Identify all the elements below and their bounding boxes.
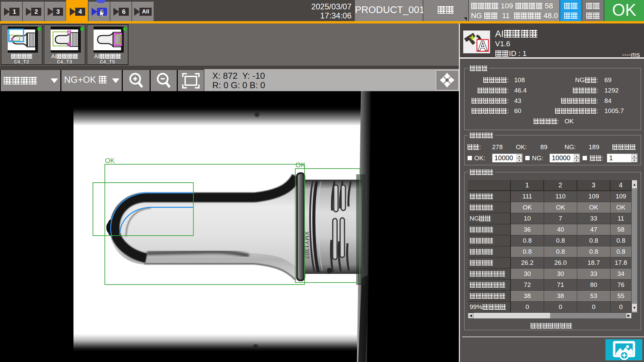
svg-text:OK: OK [296,161,306,169]
svg-text:A: A [478,38,488,53]
svg-text:OK: OK [105,157,115,164]
